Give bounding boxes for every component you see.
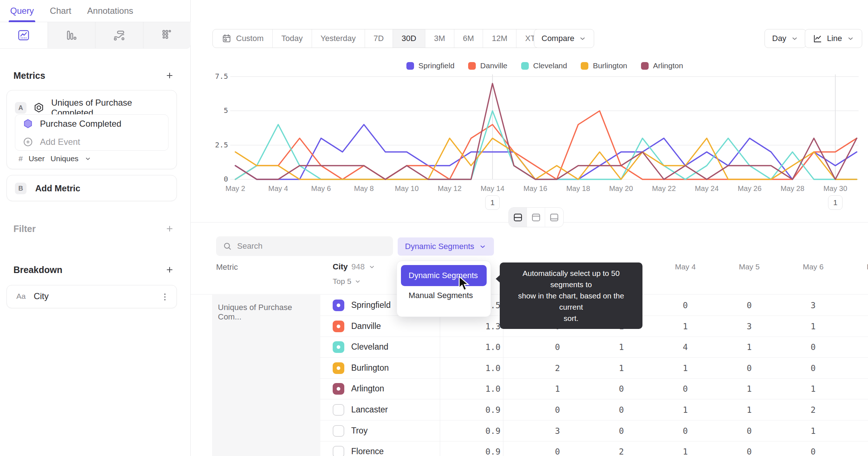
- annotation-badge[interactable]: 1: [828, 195, 843, 210]
- legend-item-arlington[interactable]: Arlington: [641, 61, 683, 70]
- range-today[interactable]: Today: [273, 29, 312, 48]
- segment-value: 0: [526, 405, 589, 415]
- top-n-label: Top 5: [333, 277, 351, 286]
- measure-type-label: Uniques: [50, 154, 78, 163]
- event-row[interactable]: Purchase Completed: [15, 115, 168, 133]
- sidebar-tab-bar: QueryChartAnnotations: [0, 0, 191, 22]
- segment-average: 1.0: [450, 384, 500, 394]
- tooltip-line: sort.: [506, 313, 636, 324]
- line-chart-icon: [17, 29, 30, 42]
- segment-value: 3: [717, 322, 781, 331]
- legend-item-cleveland[interactable]: Cleveland: [521, 61, 567, 70]
- x-tick-label: May 12: [426, 184, 473, 193]
- compare-button[interactable]: Compare: [534, 29, 594, 48]
- add-event-row[interactable]: Add Event: [15, 133, 168, 151]
- tab-chart[interactable]: Chart: [50, 0, 71, 22]
- range-7d[interactable]: 7D: [365, 29, 393, 48]
- legend-item-burlington[interactable]: Burlington: [581, 61, 627, 70]
- chart-type-scatter-chart[interactable]: [143, 22, 191, 48]
- layout-option-split-horizontal[interactable]: [509, 208, 527, 227]
- legend-swatch: [406, 62, 414, 70]
- tab-annotations[interactable]: Annotations: [87, 0, 133, 22]
- granularity-button[interactable]: Day: [764, 29, 806, 48]
- legend-item-springfield[interactable]: Springfield: [406, 61, 454, 70]
- segment-checkbox[interactable]: [333, 341, 344, 353]
- group-column-header[interactable]: City 948: [333, 262, 376, 272]
- legend-item-danville[interactable]: Danville: [468, 61, 507, 70]
- segments-mode-button[interactable]: Dynamic Segments: [398, 237, 494, 256]
- segments-tooltip: Automatically select up to 50 segments t…: [500, 262, 642, 329]
- measure-row[interactable]: # User Uniques: [19, 154, 92, 163]
- chart-style-button[interactable]: Line: [805, 29, 862, 48]
- event-name: Purchase Completed: [40, 119, 121, 129]
- bar-chart-icon: [65, 29, 78, 42]
- range-6m[interactable]: 6M: [454, 29, 483, 48]
- segment-value: 3: [781, 301, 845, 310]
- table-row-florence: Florence0.902100: [320, 441, 868, 456]
- add-metric-plus-button[interactable]: [163, 69, 176, 82]
- segment-checkbox[interactable]: [333, 404, 344, 416]
- segment-checkbox[interactable]: [333, 383, 344, 395]
- kebab-menu-icon[interactable]: [160, 292, 170, 302]
- segment-value: 0: [653, 301, 717, 310]
- segment-search: [216, 236, 393, 256]
- breakdown-city-card[interactable]: Aa City: [7, 285, 177, 308]
- segment-name: Florence: [351, 447, 384, 456]
- chart-type-bar-chart[interactable]: [48, 22, 96, 48]
- legend-swatch: [521, 62, 529, 70]
- x-tick-label: May 8: [340, 184, 388, 193]
- measure-user-label: User: [29, 154, 45, 163]
- legend-label: Arlington: [653, 61, 683, 70]
- split-horizontal-icon: [512, 212, 523, 223]
- add-breakdown-plus-button[interactable]: [163, 264, 176, 276]
- chevron-down-icon: [791, 34, 799, 42]
- range-12m[interactable]: 12M: [483, 29, 516, 48]
- segment-checkbox[interactable]: [333, 321, 344, 332]
- date-column-header: May 7: [852, 262, 868, 271]
- segment-average: 0.9: [450, 447, 500, 456]
- search-input[interactable]: [237, 241, 386, 251]
- legend-swatch: [581, 62, 588, 70]
- property-type-aa-icon: Aa: [16, 292, 26, 301]
- segment-value: 1: [717, 384, 781, 394]
- segment-checkbox[interactable]: [333, 446, 344, 456]
- layout-option-panel-bottom[interactable]: [545, 208, 563, 227]
- range-3m[interactable]: 3M: [425, 29, 454, 48]
- segment-checkbox[interactable]: [333, 362, 344, 374]
- annotation-badge[interactable]: 1: [485, 195, 500, 210]
- metric-card-a[interactable]: A Uniques of Purchase Completed Purchase…: [7, 90, 177, 169]
- menu-item-manual-segments[interactable]: Manual Segments: [401, 286, 487, 305]
- segment-value: 0: [653, 426, 717, 436]
- segment-name: Cleveland: [351, 342, 388, 352]
- plus-icon: [165, 71, 174, 80]
- x-tick-label: May 10: [383, 184, 430, 193]
- segment-checkbox[interactable]: [333, 300, 344, 311]
- tab-query[interactable]: Query: [10, 0, 34, 22]
- plus-icon: [165, 265, 174, 274]
- metric-hexagon-icon: [33, 102, 45, 114]
- calendar-icon: [222, 33, 232, 44]
- chart-type-line-chart[interactable]: [0, 22, 48, 48]
- range-yesterday[interactable]: Yesterday: [312, 29, 365, 48]
- range-30d[interactable]: 30D: [393, 29, 425, 48]
- add-filter-plus-button[interactable]: [163, 223, 176, 235]
- add-metric-card[interactable]: B Add Metric: [7, 175, 177, 201]
- series-line-burlington: [235, 138, 857, 179]
- chart-type-stream-chart[interactable]: [96, 22, 143, 48]
- layout-option-panel-top[interactable]: [527, 208, 545, 227]
- menu-item-dynamic-segments[interactable]: Dynamic Segments: [401, 265, 487, 286]
- segment-value: 1: [526, 384, 589, 394]
- segment-average: 0.9: [450, 405, 500, 415]
- query-sidebar: QueryChartAnnotations Metrics A Uniques …: [0, 0, 191, 456]
- segment-checkbox[interactable]: [333, 425, 344, 437]
- group-label: City: [333, 262, 348, 272]
- mouse-cursor-icon: [458, 276, 471, 292]
- event-hexagon-icon: [23, 118, 33, 129]
- range-custom[interactable]: Custom: [213, 29, 273, 48]
- table-column-divider: [440, 295, 440, 456]
- y-tick-label: 0: [206, 175, 228, 183]
- segment-average: 1.0: [450, 342, 500, 352]
- breakdown-section-header: Breakdown: [13, 263, 176, 276]
- segment-value: 0: [589, 426, 653, 436]
- top-n-selector[interactable]: Top 5: [333, 277, 361, 286]
